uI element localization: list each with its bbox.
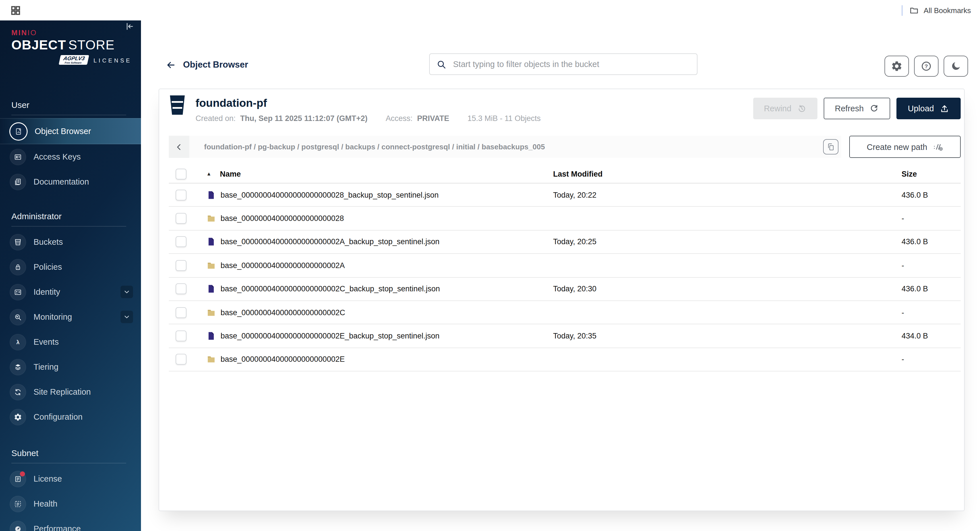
folder-icon xyxy=(206,214,216,223)
configuration-icon xyxy=(10,409,25,425)
file-icon xyxy=(206,190,216,200)
minio-wordmark: MINIO xyxy=(11,29,141,37)
object-last-modified: Today, 20:30 xyxy=(553,285,902,293)
sidebar-item-performance[interactable]: Performance xyxy=(0,516,141,531)
apps-grid-icon[interactable] xyxy=(10,5,21,16)
sidebar-item-policies[interactable]: Policies xyxy=(0,254,141,279)
new-path-icon xyxy=(933,142,943,152)
sidebar-item-label: Configuration xyxy=(33,412,83,422)
sidebar-item-access-keys[interactable]: Access Keys xyxy=(0,144,141,169)
table-row[interactable]: base_000000040000000000000028_backup_sto… xyxy=(169,184,961,207)
column-header-size[interactable]: Size xyxy=(902,170,961,178)
sidebar-item-tiering[interactable]: Tiering xyxy=(0,354,141,379)
bucket-name: foundation-pf xyxy=(196,97,267,109)
table-row[interactable]: base_00000004000000000000002C - xyxy=(169,301,961,325)
bucket-usage: 15.3 MiB - 11 Objects xyxy=(468,114,541,123)
sort-asc-icon[interactable]: ▲ xyxy=(206,171,212,177)
monitoring-icon xyxy=(10,309,25,325)
table-row[interactable]: base_00000004000000000000002A_backup_sto… xyxy=(169,231,961,254)
chevron-down-icon[interactable] xyxy=(121,311,133,323)
events-icon xyxy=(10,334,25,350)
object-size: 436.0 B xyxy=(902,238,961,246)
object-name[interactable]: base_00000004000000000000002A_backup_sto… xyxy=(221,238,439,246)
section-divider xyxy=(11,226,126,227)
sidebar-item-health[interactable]: Health xyxy=(0,491,141,516)
chevron-down-icon[interactable] xyxy=(121,286,133,298)
bucket-meta: Created on: Thu, Sep 11 2025 11:12:07 (G… xyxy=(196,114,541,123)
main-content: Object Browser foundation-pf Created on:… xyxy=(141,21,980,531)
object-name[interactable]: base_00000004000000000000002A xyxy=(221,261,345,270)
table-row[interactable]: base_00000004000000000000002C_backup_sto… xyxy=(169,277,961,301)
create-new-path-button[interactable]: Create new path xyxy=(849,136,961,158)
upload-button[interactable]: Upload xyxy=(896,98,961,119)
object-name[interactable]: base_00000004000000000000002C_backup_sto… xyxy=(221,285,440,293)
table-row[interactable]: base_00000004000000000000002A - xyxy=(169,254,961,277)
performance-icon xyxy=(10,521,25,531)
page-header: Object Browser xyxy=(166,60,248,70)
sidebar-item-label: Identity xyxy=(33,287,60,296)
filter-search-box xyxy=(429,53,697,75)
minio-logo: MINIO OBJECTSTORE AGPLV3 Free Software L… xyxy=(0,21,141,65)
column-header-name[interactable]: Name xyxy=(220,170,241,178)
moon-icon xyxy=(950,61,961,71)
search-input[interactable] xyxy=(452,59,690,69)
sidebar-item-site-replication[interactable]: Site Replication xyxy=(0,379,141,404)
refresh-button[interactable]: Refresh xyxy=(824,98,890,119)
row-checkbox[interactable] xyxy=(176,213,186,224)
section-divider xyxy=(11,115,126,115)
sidebar-item-label: Performance xyxy=(33,524,81,531)
sidebar-item-identity[interactable]: Identity xyxy=(0,279,141,304)
rewind-button[interactable]: Rewind xyxy=(753,98,818,119)
table-row[interactable]: base_000000040000000000000028 - xyxy=(169,207,961,231)
object-name[interactable]: base_000000040000000000000028_backup_sto… xyxy=(221,190,439,199)
chevron-left-icon xyxy=(175,142,184,151)
object-browser-icon xyxy=(10,123,27,139)
help-button[interactable] xyxy=(914,55,939,77)
documentation-icon xyxy=(10,174,25,189)
row-checkbox[interactable] xyxy=(176,307,186,318)
sidebar-item-documentation[interactable]: Documentation xyxy=(0,169,141,194)
column-header-last-modified[interactable]: Last Modified xyxy=(553,170,902,178)
select-all-checkbox[interactable] xyxy=(176,168,186,179)
object-name[interactable]: base_00000004000000000000002E_backup_sto… xyxy=(221,332,439,340)
row-checkbox[interactable] xyxy=(176,331,186,341)
object-last-modified: Today, 20:25 xyxy=(553,238,902,246)
folder-icon xyxy=(206,355,216,364)
sidebar-item-events[interactable]: Events xyxy=(0,330,141,354)
table-row[interactable]: base_00000004000000000000002E - xyxy=(169,348,961,371)
sidebar-item-label: Events xyxy=(33,338,59,346)
back-arrow-icon[interactable] xyxy=(166,60,176,70)
breadcrumb-back-button[interactable] xyxy=(169,136,189,158)
all-bookmarks-button[interactable]: All Bookmarks xyxy=(910,6,971,15)
copy-path-button[interactable] xyxy=(823,139,838,154)
object-size: - xyxy=(902,214,961,223)
object-name[interactable]: base_00000004000000000000002C xyxy=(221,308,345,317)
file-icon xyxy=(206,284,216,294)
table-row[interactable]: base_00000004000000000000002E_backup_sto… xyxy=(169,325,961,348)
refresh-icon xyxy=(869,104,879,113)
bookmarks-divider xyxy=(902,5,903,16)
sidebar-item-configuration[interactable]: Configuration xyxy=(0,404,141,430)
object-name[interactable]: base_00000004000000000000002E xyxy=(221,355,345,364)
object-size: 434.0 B xyxy=(902,332,961,340)
settings-button[interactable] xyxy=(885,55,909,77)
sidebar-collapse-icon[interactable] xyxy=(124,22,134,31)
row-checkbox[interactable] xyxy=(176,189,186,200)
row-checkbox[interactable] xyxy=(176,354,186,365)
sidebar-item-label: Policies xyxy=(33,262,62,271)
row-checkbox[interactable] xyxy=(176,260,186,271)
sidebar-item-object-browser[interactable]: Object Browser xyxy=(0,118,141,144)
sidebar-item-monitoring[interactable]: Monitoring xyxy=(0,304,141,330)
sidebar-item-license[interactable]: License xyxy=(0,466,141,491)
sidebar-item-label: Tiering xyxy=(33,362,59,371)
folder-icon xyxy=(206,308,216,317)
identity-icon xyxy=(10,284,25,300)
breadcrumb-path[interactable]: foundation-pf / pg-backup / postgresql /… xyxy=(204,143,545,151)
dark-mode-button[interactable] xyxy=(943,55,968,77)
sidebar-item-buckets[interactable]: Buckets xyxy=(0,230,141,254)
object-last-modified: Today, 20:35 xyxy=(553,332,902,340)
object-name[interactable]: base_000000040000000000000028 xyxy=(221,214,344,223)
row-checkbox[interactable] xyxy=(176,284,186,295)
row-checkbox[interactable] xyxy=(176,236,186,247)
table-header: ▲ Name Last Modified Size xyxy=(169,165,961,184)
